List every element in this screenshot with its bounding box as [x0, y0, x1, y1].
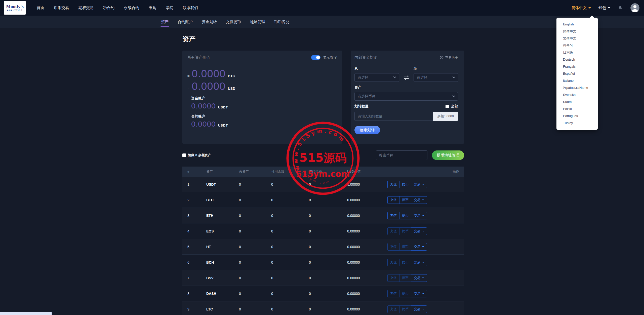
row-frozen: 0 [309, 182, 347, 186]
tab-deposit-withdraw[interactable]: 充值提币 [226, 16, 241, 28]
nav-item-second-contract[interactable]: 秒合约 [103, 6, 114, 10]
deposit-button-disabled[interactable]: 充值 [387, 259, 399, 266]
brand-name: Moody's [6, 4, 24, 9]
wallet-dropdown-trigger[interactable]: 钱包 [598, 6, 610, 10]
lang-option-traditional-chinese[interactable]: 繁体中文 [556, 35, 598, 42]
deposit-button-disabled[interactable]: 充值 [387, 243, 399, 251]
lang-option-ukrainian[interactable]: УкраїнськаName [556, 84, 598, 91]
nav-item-options[interactable]: 期权交易 [78, 6, 94, 10]
withdraw-button[interactable]: 提币 [399, 181, 411, 188]
transfer-card-title: 内部资金划转 [354, 55, 377, 60]
trade-dropdown-button[interactable]: 交易 [411, 181, 427, 188]
withdraw-button[interactable]: 提币 [399, 196, 411, 204]
language-dropdown-trigger[interactable]: 简体中文 [572, 6, 591, 10]
row-available: 0 [271, 260, 309, 264]
tab-address-management[interactable]: 地址管理 [250, 16, 265, 28]
table-row: 3 ETH 0 0 0 0.00000 充值提币交易 [182, 208, 464, 223]
trade-dropdown-button[interactable]: 交易 [411, 196, 427, 204]
hide-zero-balance-checkbox[interactable]: 隐藏 0 余额资产 [182, 153, 211, 158]
trade-dropdown-button[interactable]: 交易 [411, 305, 427, 313]
contract-account-unit: USDT [218, 124, 228, 127]
row-index: 4 [187, 229, 206, 233]
lang-option-japanese[interactable]: 日本語 [556, 49, 598, 56]
nav-item-perpetual[interactable]: 永续合约 [124, 6, 139, 10]
trade-dropdown-button[interactable]: 交易 [411, 274, 427, 282]
row-index: 1 [187, 182, 206, 186]
lang-option-spanish[interactable]: Español [556, 70, 598, 77]
brand-logo[interactable]: Moody's ANALYTICS [4, 1, 26, 15]
tab-coin-swap[interactable]: 币币闪兑 [274, 16, 289, 28]
trade-dropdown-button[interactable]: 交易 [411, 227, 427, 235]
nav-item-spot-trade[interactable]: 币币交易 [54, 6, 69, 10]
nav-item-contact[interactable]: 联系我们 [183, 6, 198, 10]
amount-label: 划转数量 [354, 104, 369, 109]
nav-item-academy[interactable]: 学院 [166, 6, 173, 10]
withdraw-button-disabled[interactable]: 提币 [399, 274, 411, 282]
lang-option-english[interactable]: English [556, 21, 598, 28]
nav-item-home[interactable]: 首页 [37, 6, 44, 10]
withdraw-button-disabled[interactable]: 提币 [399, 259, 411, 266]
trade-label: 交易 [414, 198, 420, 202]
row-asset: DASH [206, 292, 239, 296]
deposit-button-disabled[interactable]: 充值 [387, 290, 399, 297]
to-account-select[interactable]: 请选择 [414, 73, 458, 82]
notification-bell-icon[interactable] [618, 5, 623, 10]
tab-assets[interactable]: 资产 [161, 16, 169, 28]
show-numbers-toggle[interactable] [311, 55, 320, 60]
withdraw-button-disabled[interactable]: 提币 [399, 227, 411, 235]
trade-dropdown-button[interactable]: 交易 [411, 243, 427, 251]
deposit-button-disabled[interactable]: 充值 [387, 305, 399, 313]
view-history-link[interactable]: 查看历史 [440, 55, 458, 60]
lang-option-turkish[interactable]: Turkey [556, 120, 598, 127]
search-coin-input[interactable] [376, 150, 427, 160]
trade-dropdown-button[interactable]: 交易 [411, 259, 427, 266]
total-usd-unit: USD [228, 87, 235, 91]
deposit-button[interactable]: 充值 [387, 196, 399, 204]
trade-dropdown-button[interactable]: 交易 [411, 290, 427, 297]
lang-option-finnish[interactable]: Suomi [556, 98, 598, 105]
lang-option-italian[interactable]: Italiano [556, 77, 598, 84]
lang-option-german[interactable]: Deutsch [556, 56, 598, 63]
withdraw-button-disabled[interactable]: 提币 [399, 243, 411, 251]
trade-dropdown-button[interactable]: 交易 [411, 212, 427, 219]
tab-fund-transfer[interactable]: 资金划转 [202, 16, 217, 28]
table-row: 6 BCH 0 0 0 0.00000 充值提币交易 [182, 255, 464, 270]
withdraw-address-manage-button[interactable]: 提币地址管理 [432, 150, 464, 160]
deposit-button-disabled[interactable]: 充值 [387, 274, 399, 282]
deposit-button[interactable]: 充值 [387, 181, 399, 188]
confirm-transfer-button[interactable]: 确定划转 [354, 126, 380, 134]
withdraw-button-disabled[interactable]: 提币 [399, 305, 411, 313]
from-account-select[interactable]: 请选择 [354, 73, 399, 82]
row-asset: ETH [206, 214, 239, 218]
wallet-label: 钱包 [598, 6, 606, 10]
transfer-all-checkbox[interactable]: 全部 [446, 104, 458, 109]
lang-option-portuguese[interactable]: Português [556, 112, 598, 120]
row-available: 0 [271, 229, 309, 233]
transfer-amount-input[interactable] [354, 112, 433, 121]
withdraw-button[interactable]: 提币 [399, 212, 411, 219]
row-asset: BTC [206, 198, 239, 202]
lang-option-swedish[interactable]: Svenska [556, 91, 598, 98]
internal-transfer-card: 内部资金划转 查看历史 从 请选择 [351, 51, 464, 144]
row-frozen: 0 [309, 214, 347, 218]
lang-option-korean[interactable]: 한국어 [556, 42, 598, 49]
table-row: 4 EOS 0 0 0 0.00000 充值提币交易 [182, 223, 464, 239]
lang-option-simplified-chinese[interactable]: 简体中文 [556, 28, 598, 35]
asset-select[interactable]: 请选择币种 [354, 92, 458, 101]
lang-option-french[interactable]: Français [556, 63, 598, 70]
nav-item-subscribe[interactable]: 申购 [149, 6, 156, 10]
swap-direction-icon[interactable] [399, 75, 414, 82]
table-row: 9 LTC 0 0 0 0.00000 充值提币交易 [182, 301, 464, 315]
lang-option-polish[interactable]: Polski [556, 105, 598, 112]
tab-contract-account[interactable]: 合约账户 [178, 16, 193, 28]
table-row: 1 USDT 0 0 0 0.00000 充值提币交易 [182, 177, 464, 192]
deposit-button[interactable]: 充值 [387, 212, 399, 219]
user-avatar[interactable] [630, 3, 639, 12]
withdraw-button-disabled[interactable]: 提币 [399, 290, 411, 297]
table-row: 7 BSV 0 0 0 0.00000 充值提币交易 [182, 270, 464, 286]
row-asset: USDT [206, 182, 239, 186]
deposit-button-disabled[interactable]: 充值 [387, 227, 399, 235]
row-available: 0 [271, 292, 309, 296]
trade-label: 交易 [414, 291, 420, 296]
top-nav-right: 简体中文 钱包 [572, 3, 639, 12]
